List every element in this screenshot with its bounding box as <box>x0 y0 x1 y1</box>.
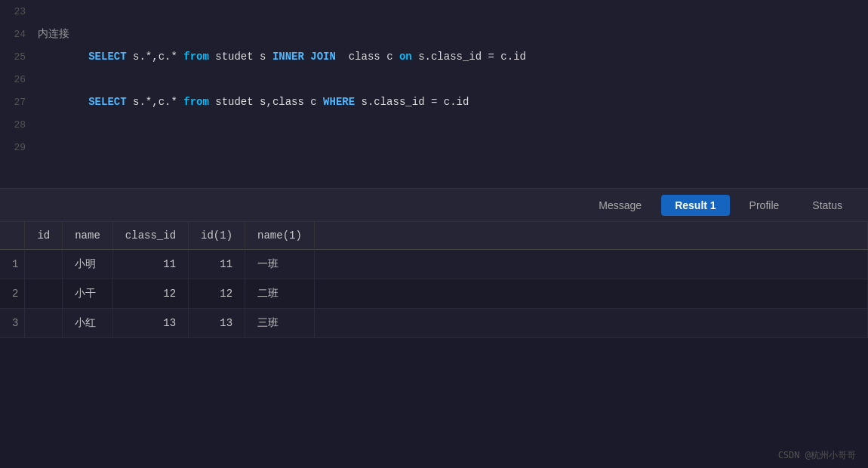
line-number: 28 <box>0 119 38 131</box>
code-text: s.class_id = c.id <box>418 51 526 63</box>
cell-id <box>25 279 63 309</box>
keyword: INNER JOIN <box>272 51 349 63</box>
cell-class-id: 11 <box>112 250 188 279</box>
cell-name1: 一班 <box>245 250 315 279</box>
watermark: CSDN @杭州小哥哥 <box>778 449 856 462</box>
code-text: class c <box>349 51 399 63</box>
col-header-name1: name(1) <box>245 222 315 250</box>
cell-id1: 11 <box>189 250 245 279</box>
tab-message[interactable]: Message <box>585 195 655 216</box>
keyword: on <box>399 51 418 63</box>
code-line-23: 23 <box>0 0 868 23</box>
line-content: SELECT s.*,c.* from studet s INNER JOIN … <box>38 38 526 75</box>
cell-id <box>25 250 63 279</box>
code-text: s.*,c.* <box>133 96 183 108</box>
main-container: 23 24 内连接 25 SELECT s.*,c.* from studet … <box>0 0 868 468</box>
cell-empty <box>314 309 867 338</box>
line-number: 23 <box>0 6 38 17</box>
row-num: 3 <box>0 309 25 338</box>
col-header-class-id: class_id <box>112 222 188 250</box>
code-text: s.class_id = c.id <box>362 96 469 108</box>
table-row: 3 小红 13 13 三班 <box>0 309 868 338</box>
cell-class-id: 12 <box>112 279 188 309</box>
code-line-29: 29 <box>0 136 868 159</box>
code-text: s.*,c.* <box>133 51 183 63</box>
results-table: id name class_id id(1) name(1) 1 小明 11 1… <box>0 222 868 338</box>
code-line-27: 27 SELECT s.*,c.* from studet s,class c … <box>0 91 868 113</box>
tab-status[interactable]: Status <box>799 195 856 216</box>
keyword: from <box>183 96 215 108</box>
cell-id1: 13 <box>189 309 245 338</box>
cell-name1: 二班 <box>245 279 315 309</box>
tab-profile[interactable]: Profile <box>736 195 793 216</box>
line-number: 27 <box>0 97 38 108</box>
cell-name: 小红 <box>63 309 113 338</box>
cell-id1: 12 <box>189 279 245 309</box>
col-header-id: id <box>25 222 63 250</box>
line-content: SELECT s.*,c.* from studet s,class c WHE… <box>38 84 469 120</box>
tab-bar: Message Result 1 Profile Status <box>0 189 868 222</box>
cell-empty <box>314 250 867 279</box>
code-text: studet s,class c <box>215 96 323 108</box>
table-row: 1 小明 11 11 一班 <box>0 250 868 279</box>
results-section: id name class_id id(1) name(1) 1 小明 11 1… <box>0 222 868 468</box>
cell-name1: 三班 <box>245 309 315 338</box>
table-row: 2 小干 12 12 二班 <box>0 279 868 309</box>
keyword: from <box>183 51 215 63</box>
col-header-rownum <box>0 222 25 250</box>
code-editor: 23 24 内连接 25 SELECT s.*,c.* from studet … <box>0 0 868 189</box>
line-number: 24 <box>0 29 38 40</box>
line-number: 25 <box>0 51 38 63</box>
line-number: 26 <box>0 74 38 85</box>
col-header-id1: id(1) <box>189 222 245 250</box>
col-header-name: name <box>63 222 113 250</box>
col-header-extra <box>314 222 867 250</box>
code-line-25: 25 SELECT s.*,c.* from studet s INNER JO… <box>0 45 868 68</box>
keyword: SELECT <box>88 96 133 108</box>
row-num: 2 <box>0 279 25 309</box>
tab-result1[interactable]: Result 1 <box>661 195 729 216</box>
row-num: 1 <box>0 250 25 279</box>
keyword: WHERE <box>323 96 361 108</box>
keyword: SELECT <box>88 51 133 63</box>
cell-id <box>25 309 63 338</box>
line-number: 29 <box>0 142 38 153</box>
table-header-row: id name class_id id(1) name(1) <box>0 222 868 250</box>
cell-name: 小干 <box>63 279 113 309</box>
cell-empty <box>314 279 867 309</box>
cell-class-id: 13 <box>112 309 188 338</box>
code-text: studet s <box>215 51 272 63</box>
cell-name: 小明 <box>63 250 113 279</box>
